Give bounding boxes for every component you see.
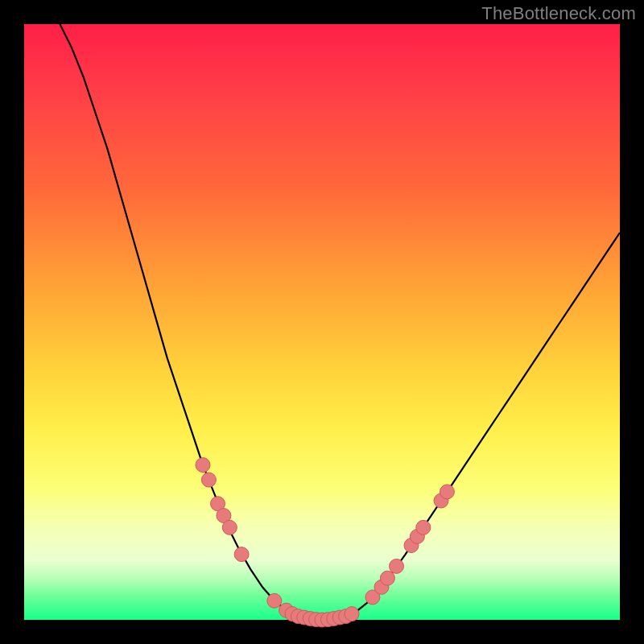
data-dot (390, 559, 404, 573)
data-dot (196, 458, 210, 473)
data-dot (380, 571, 394, 585)
data-dot (267, 593, 282, 608)
plot-area (24, 24, 620, 620)
bottleneck-curve (60, 24, 620, 620)
data-dot (234, 547, 249, 562)
data-dot (345, 607, 359, 621)
data-dot (440, 485, 454, 499)
data-dot (222, 520, 237, 535)
data-dot (416, 520, 431, 535)
chart-svg (24, 24, 620, 620)
data-dots (196, 458, 454, 627)
watermark-text: TheBottleneck.com (481, 3, 636, 24)
chart-frame: TheBottleneck.com (0, 0, 644, 644)
data-dot (201, 473, 216, 487)
